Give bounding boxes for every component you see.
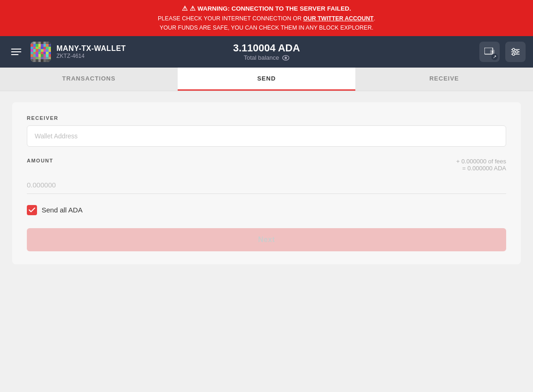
send-all-row: Send all ADA: [27, 205, 506, 215]
wallet-avatar: [31, 42, 51, 62]
wallet-action-button[interactable]: ↗: [479, 42, 500, 62]
warning-line3: YOUR FUNDS ARE SAFE, YOU CAN CHECK THEM …: [7, 23, 526, 32]
fees-total: = 0.000000 ADA: [456, 165, 506, 172]
balance-label: Total balance: [233, 54, 300, 62]
svg-point-4: [492, 51, 493, 52]
wallet-info: MANY-TX-WALLET ZKTZ-4614: [56, 44, 126, 59]
wallet-name: MANY-TX-WALLET: [56, 44, 126, 53]
menu-icon[interactable]: [7, 45, 25, 59]
share-sub-icon: ↗: [491, 54, 498, 60]
warning-icon: ⚠: [182, 5, 188, 12]
header-left: MANY-TX-WALLET ZKTZ-4614: [7, 42, 126, 62]
header: MANY-TX-WALLET ZKTZ-4614 3.110004 ADA To…: [0, 36, 533, 68]
tab-transactions[interactable]: TRANSACTIONS: [0, 68, 178, 91]
send-all-checkbox[interactable]: [27, 205, 37, 215]
amount-input[interactable]: [27, 176, 506, 194]
warning-line2: PLEASE CHECK YOUR INTERNET CONNECTION OR…: [7, 14, 526, 23]
svg-point-10: [513, 53, 515, 55]
warning-banner: ⚠ ⚠ WARNING: CONNECTION TO THE SERVER FA…: [0, 0, 533, 36]
warning-line1: ⚠ ⚠ WARNING: CONNECTION TO THE SERVER FA…: [7, 4, 526, 14]
receiver-input[interactable]: [27, 125, 506, 147]
toggle-balance-icon[interactable]: [282, 54, 289, 62]
nav-tabs: TRANSACTIONS SEND RECEIVE: [0, 68, 533, 91]
twitter-link[interactable]: OUR TWITTER ACCOUNT: [303, 15, 373, 22]
header-center: 3.110004 ADA Total balance: [233, 42, 300, 62]
svg-point-1: [285, 56, 287, 59]
svg-point-6: [513, 48, 515, 50]
tab-receive[interactable]: RECEIVE: [355, 68, 533, 91]
header-right: ↗: [479, 42, 526, 62]
wallet-id: ZKTZ-4614: [56, 53, 126, 59]
settings-button[interactable]: [505, 42, 526, 62]
next-button[interactable]: Next: [27, 228, 506, 251]
send-all-label[interactable]: Send all ADA: [42, 206, 82, 214]
amount-section: AMOUNT + 0.000000 of fees = 0.000000 ADA: [27, 158, 506, 194]
tab-send[interactable]: SEND: [178, 68, 355, 91]
balance-amount: 3.110004 ADA: [233, 42, 300, 54]
amount-label: AMOUNT: [27, 158, 53, 163]
svg-point-8: [516, 50, 518, 53]
send-card: RECEIVER AMOUNT + 0.000000 of fees = 0.0…: [12, 102, 521, 264]
fees-info: + 0.000000 of fees = 0.000000 ADA: [456, 158, 506, 172]
fees-plus: + 0.000000 of fees: [456, 158, 506, 165]
amount-header: AMOUNT + 0.000000 of fees = 0.000000 ADA: [27, 158, 506, 172]
main-content: RECEIVER AMOUNT + 0.000000 of fees = 0.0…: [0, 91, 533, 369]
receiver-label: RECEIVER: [27, 115, 506, 121]
